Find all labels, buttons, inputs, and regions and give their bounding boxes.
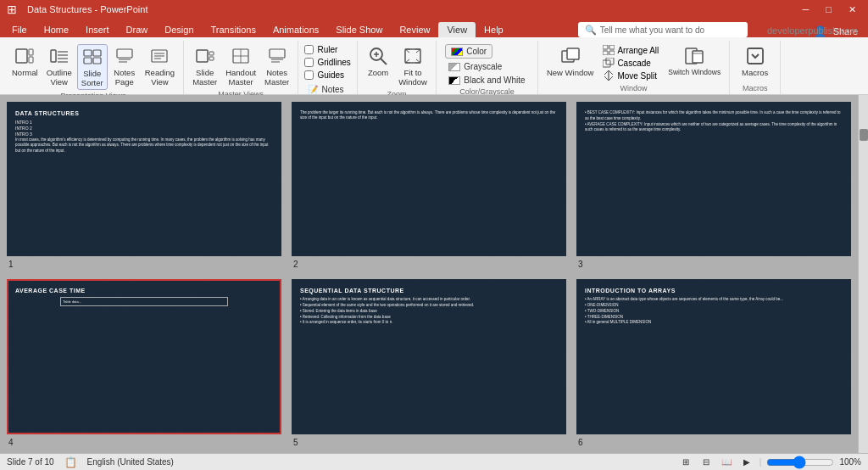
slide-notes-icon: 📋 — [64, 456, 77, 468]
slide-subtitle: INTRO 1 — [15, 120, 273, 125]
master-views-content: SlideMaster HandoutMaster NotesMaster — [189, 41, 292, 90]
svg-rect-0 — [16, 49, 27, 63]
slide-number-6: 6 — [576, 438, 583, 447]
cascade-label: Cascade — [617, 59, 650, 68]
slide-thumb-2[interactable]: The problem the larger its running time.… — [292, 102, 566, 256]
tab-review[interactable]: Review — [391, 22, 438, 37]
slide-table: Table data... — [60, 297, 228, 306]
slide-thumb-6[interactable]: INTRODUCTION TO ARRAYSAn ARRAY is an abs… — [576, 279, 851, 434]
slide-container-6: INTRODUCTION TO ARRAYSAn ARRAY is an abs… — [576, 279, 851, 446]
scrollbar-vertical[interactable] — [858, 95, 868, 453]
slide-container-3: BEST CASE COMPLEXITY: Input instances fo… — [576, 102, 851, 269]
normal-view-button[interactable]: Normal — [8, 44, 42, 79]
slide-thumb-3[interactable]: BEST CASE COMPLEXITY: Input instances fo… — [576, 102, 851, 256]
reading-icon — [149, 46, 170, 66]
tab-design[interactable]: Design — [156, 22, 202, 37]
slide-sorter-status-button[interactable]: ⊟ — [698, 456, 714, 468]
window-content: New Window Arrange All Cascade Move Spli… — [543, 41, 724, 84]
slide-title-1: DATA STRUCTURES — [15, 110, 273, 116]
svg-rect-21 — [209, 57, 214, 60]
title-bar-controls: ─ □ ✕ — [798, 4, 861, 15]
close-button[interactable]: ✕ — [843, 4, 861, 15]
tab-home[interactable]: Home — [36, 22, 77, 37]
grayscale-label: Grayscale — [464, 62, 502, 71]
slide-body-1: In most cases, the algorithm's efficienc… — [15, 137, 273, 154]
color-grayscale-group: Color Grayscale Black and White Color/Gr… — [437, 41, 538, 94]
zoom-group: Zoom Fit toWindow Zoom — [358, 41, 437, 94]
svg-rect-10 — [84, 58, 92, 64]
svg-rect-9 — [93, 50, 101, 56]
outline-view-button[interactable]: OutlineView — [43, 44, 75, 88]
black-white-button[interactable]: Black and White — [445, 75, 528, 86]
tab-file[interactable]: File — [3, 22, 36, 37]
tab-slideshow[interactable]: Slide Show — [327, 22, 391, 37]
slide-sorter-button[interactable]: SlideSorter — [77, 44, 108, 90]
svg-rect-45 — [748, 48, 763, 64]
zoom-slider[interactable] — [766, 459, 834, 466]
ruler-label: Ruler — [317, 45, 337, 54]
color-label: Color — [466, 47, 487, 56]
minimize-button[interactable]: ─ — [798, 4, 815, 14]
slideshow-status-button[interactable]: ▶ — [739, 456, 754, 468]
slide-thumb-4[interactable]: AVERAGE CASE TIMETable data... — [7, 279, 281, 434]
reading-view-label: ReadingView — [145, 68, 175, 87]
slide-bullet: THREE-DIMENSION — [585, 315, 843, 321]
slide-subtitle: INTRO 3 — [15, 131, 273, 137]
notes-page-button[interactable]: NotesPage — [109, 44, 140, 88]
move-split-button[interactable]: Move Split — [600, 70, 661, 81]
tab-animations[interactable]: Animations — [264, 22, 327, 37]
ruler-checkbox[interactable] — [304, 45, 314, 54]
slide-title-5: SEQUENTIAL DATA STRUCTURE — [300, 288, 558, 294]
new-window-label: New Window — [547, 68, 593, 77]
notes-label: Notes — [321, 85, 343, 94]
gridlines-label: Gridlines — [317, 58, 350, 67]
slide-bullet: AVERAGE CASE COMPLEXITY: Input instances… — [585, 122, 843, 134]
zoom-icon — [368, 46, 388, 66]
svg-rect-2 — [29, 57, 33, 63]
tab-view[interactable]: View — [438, 22, 476, 37]
outline-icon — [49, 46, 70, 66]
bw-label: Black and White — [464, 76, 525, 85]
reading-view-status-button[interactable]: 📖 — [719, 456, 734, 468]
window-group: New Window Arrange All Cascade Move Spli… — [538, 41, 730, 94]
tab-help[interactable]: Help — [476, 22, 512, 37]
zoom-button[interactable]: Zoom — [363, 44, 393, 79]
tab-transitions[interactable]: Transitions — [203, 22, 264, 37]
logo: developerpublish.com — [767, 25, 858, 36]
fit-to-window-button[interactable]: Fit toWindow — [395, 44, 431, 88]
scrollbar-thumb[interactable] — [860, 129, 868, 141]
guides-checkbox[interactable] — [304, 70, 314, 80]
maximize-button[interactable]: □ — [821, 4, 837, 14]
cascade-button[interactable]: Cascade — [600, 57, 661, 69]
switch-windows-button[interactable]: Switch Windows — [665, 44, 724, 78]
macros-button[interactable]: Macros — [738, 44, 771, 79]
color-grayscale-content: Color Grayscale Black and White — [445, 41, 528, 87]
separator: | — [760, 457, 762, 467]
tab-insert[interactable]: Insert — [77, 22, 118, 37]
slide-thumb-5[interactable]: SEQUENTIAL DATA STRUCTUREArranging data … — [292, 279, 566, 434]
arrange-all-button[interactable]: Arrange All — [600, 44, 661, 56]
new-window-button[interactable]: New Window — [543, 44, 597, 79]
color-button[interactable]: Color — [445, 44, 492, 59]
notes-button[interactable]: 📝 Notes — [304, 84, 347, 95]
grayscale-button[interactable]: Grayscale — [445, 61, 505, 72]
gridlines-checkbox[interactable] — [304, 58, 314, 67]
tab-draw[interactable]: Draw — [118, 22, 157, 37]
slide-inner-3: BEST CASE COMPLEXITY: Input instances fo… — [578, 104, 849, 255]
svg-rect-11 — [93, 58, 101, 64]
search-box[interactable]: 🔍 Tell me what you want to do — [578, 22, 748, 37]
slide-bullet: TWO-DIMENSION — [585, 309, 843, 315]
slide-bullet: BEST CASE COMPLEXITY: Input instances fo… — [585, 110, 843, 122]
slide-thumb-1[interactable]: DATA STRUCTURESINTRO 1INTRO 2INTRO 3In m… — [7, 102, 281, 256]
slide-title-4: AVERAGE CASE TIME — [15, 288, 273, 294]
handout-master-icon — [231, 46, 251, 66]
slide-bullet: It is arranged in sequence order, its st… — [300, 320, 558, 326]
handout-master-button[interactable]: HandoutMaster — [222, 44, 259, 88]
slide-master-button[interactable]: SlideMaster — [189, 44, 220, 88]
color-swatch — [451, 48, 463, 56]
svg-rect-8 — [84, 50, 92, 56]
notes-master-button[interactable]: NotesMaster — [261, 44, 292, 88]
normal-view-status-button[interactable]: ⊞ — [678, 456, 693, 468]
svg-rect-3 — [51, 50, 56, 62]
reading-view-button[interactable]: ReadingView — [142, 44, 178, 88]
